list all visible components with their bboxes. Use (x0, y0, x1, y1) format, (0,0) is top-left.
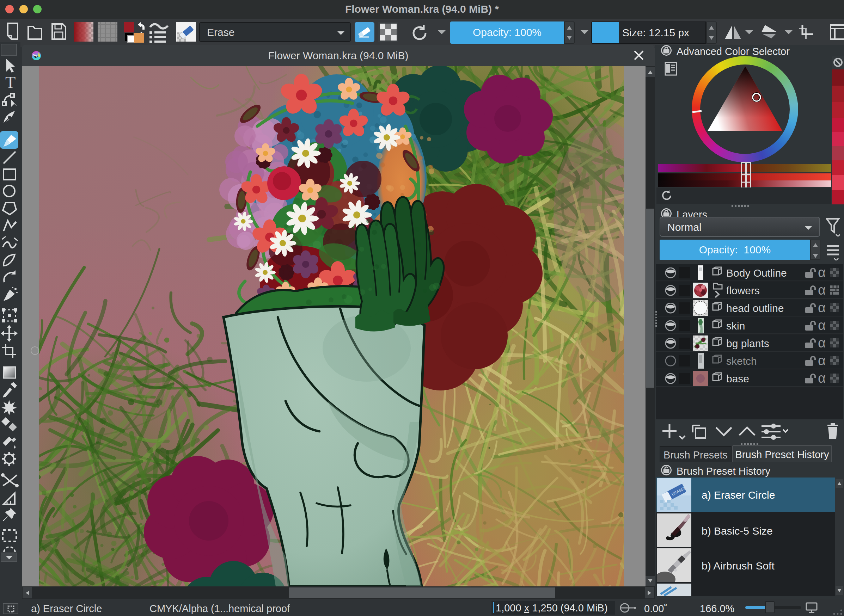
svg-text:T: T (5, 74, 16, 91)
